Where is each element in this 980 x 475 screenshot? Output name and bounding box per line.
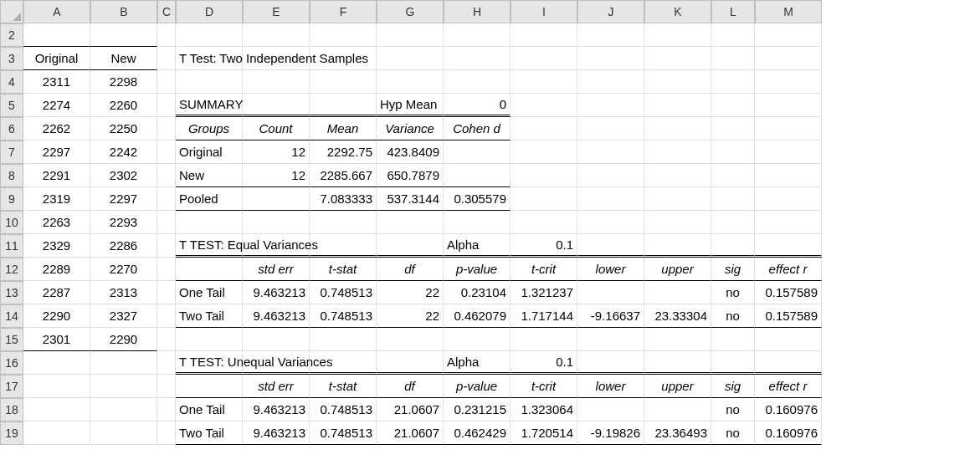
data-cell[interactable]: 2270 bbox=[90, 258, 157, 281]
cell[interactable] bbox=[444, 47, 511, 70]
cell[interactable] bbox=[243, 94, 310, 117]
cell[interactable] bbox=[157, 234, 176, 258]
col-lower[interactable]: lower bbox=[577, 375, 644, 398]
cell[interactable] bbox=[90, 398, 157, 421]
cell[interactable] bbox=[444, 23, 511, 47]
data-cell[interactable]: 2289 bbox=[23, 258, 90, 281]
uneq-title[interactable]: T TEST: Unequal Variances bbox=[176, 351, 243, 375]
col-header-F[interactable]: F bbox=[310, 0, 377, 23]
row-header-11[interactable]: 11 bbox=[0, 234, 23, 258]
data-cell[interactable]: 2287 bbox=[23, 281, 90, 304]
value[interactable]: 23.36493 bbox=[644, 421, 711, 445]
col-header-D[interactable]: D bbox=[176, 0, 243, 23]
cell[interactable] bbox=[711, 117, 755, 140]
row-header-8[interactable]: 8 bbox=[0, 164, 23, 187]
alpha-value[interactable]: 0.1 bbox=[511, 351, 577, 375]
value[interactable]: 1.717144 bbox=[511, 304, 577, 328]
value[interactable]: 21.0607 bbox=[377, 398, 444, 421]
cell[interactable] bbox=[644, 234, 711, 258]
cell[interactable] bbox=[23, 421, 90, 445]
summary-value[interactable] bbox=[444, 164, 511, 187]
cell[interactable] bbox=[511, 23, 577, 47]
value[interactable] bbox=[644, 281, 711, 304]
data-cell[interactable]: 2263 bbox=[23, 211, 90, 234]
cell[interactable] bbox=[755, 70, 822, 94]
cell[interactable] bbox=[23, 23, 90, 47]
col-tstat[interactable]: t-stat bbox=[310, 258, 377, 281]
row-header-4[interactable]: 4 bbox=[0, 70, 23, 94]
cell[interactable] bbox=[157, 281, 176, 304]
data-cell[interactable]: 2250 bbox=[90, 117, 157, 140]
col-upper[interactable]: upper bbox=[644, 375, 711, 398]
value[interactable]: -9.19826 bbox=[577, 421, 644, 445]
value[interactable]: 0.160976 bbox=[755, 398, 822, 421]
cell[interactable] bbox=[755, 23, 822, 47]
value[interactable]: 1.720514 bbox=[511, 421, 577, 445]
cell[interactable] bbox=[755, 187, 822, 211]
cell[interactable] bbox=[711, 140, 755, 164]
summary-row-label[interactable]: New bbox=[176, 164, 243, 187]
cell[interactable] bbox=[310, 211, 377, 234]
value[interactable] bbox=[644, 398, 711, 421]
value[interactable]: 0.748513 bbox=[310, 398, 377, 421]
cell[interactable] bbox=[577, 234, 644, 258]
cell[interactable] bbox=[755, 234, 822, 258]
value[interactable]: 0.157589 bbox=[755, 281, 822, 304]
alpha-label[interactable]: Alpha bbox=[444, 234, 511, 258]
cell[interactable] bbox=[711, 164, 755, 187]
cell[interactable] bbox=[511, 47, 577, 70]
cell[interactable] bbox=[711, 328, 755, 351]
col-tcrit[interactable]: t-crit bbox=[511, 375, 577, 398]
value[interactable]: 0.748513 bbox=[310, 421, 377, 445]
col-header-A[interactable]: A bbox=[23, 0, 90, 23]
cell[interactable] bbox=[23, 398, 90, 421]
col-header-G[interactable]: G bbox=[377, 0, 444, 23]
cell[interactable] bbox=[755, 164, 822, 187]
cell[interactable] bbox=[23, 351, 90, 375]
cell[interactable] bbox=[755, 47, 822, 70]
cell[interactable] bbox=[157, 140, 176, 164]
row-label[interactable]: Two Tail bbox=[176, 304, 243, 328]
data-header-new[interactable]: New bbox=[90, 47, 157, 70]
row-header-13[interactable]: 13 bbox=[0, 281, 23, 304]
summary-value[interactable]: 12 bbox=[243, 140, 310, 164]
col-header-H[interactable]: H bbox=[444, 0, 511, 23]
cell[interactable] bbox=[243, 328, 310, 351]
cell[interactable] bbox=[157, 94, 176, 117]
cell[interactable] bbox=[644, 187, 711, 211]
cell[interactable] bbox=[157, 304, 176, 328]
cell[interactable] bbox=[157, 421, 176, 445]
data-cell[interactable]: 2291 bbox=[23, 164, 90, 187]
cell[interactable] bbox=[157, 70, 176, 94]
row-header-3[interactable]: 3 bbox=[0, 47, 23, 70]
col-effectr[interactable]: effect r bbox=[755, 375, 822, 398]
cell[interactable] bbox=[711, 234, 755, 258]
cell[interactable] bbox=[377, 23, 444, 47]
row-label[interactable]: One Tail bbox=[176, 398, 243, 421]
col-header-K[interactable]: K bbox=[644, 0, 711, 23]
alpha-label[interactable]: Alpha bbox=[444, 351, 511, 375]
summary-value[interactable]: 2285.667 bbox=[310, 164, 377, 187]
cell[interactable] bbox=[755, 140, 822, 164]
value[interactable] bbox=[577, 281, 644, 304]
cell[interactable] bbox=[157, 187, 176, 211]
row-header-2[interactable]: 2 bbox=[0, 23, 23, 47]
data-cell[interactable]: 2297 bbox=[23, 140, 90, 164]
value[interactable]: 9.463213 bbox=[243, 304, 310, 328]
cell[interactable] bbox=[377, 47, 444, 70]
cell[interactable] bbox=[755, 117, 822, 140]
cell[interactable] bbox=[711, 187, 755, 211]
cell[interactable] bbox=[157, 258, 176, 281]
value[interactable]: 9.463213 bbox=[243, 398, 310, 421]
cell[interactable] bbox=[644, 140, 711, 164]
cell[interactable] bbox=[577, 140, 644, 164]
ttest-title[interactable]: T Test: Two Independent Samples bbox=[176, 47, 243, 70]
data-cell[interactable]: 2329 bbox=[23, 234, 90, 258]
cell[interactable] bbox=[444, 328, 511, 351]
cell[interactable] bbox=[377, 70, 444, 94]
cell[interactable] bbox=[157, 398, 176, 421]
data-cell[interactable]: 2242 bbox=[90, 140, 157, 164]
col-stderr[interactable]: std err bbox=[243, 258, 310, 281]
data-cell[interactable]: 2319 bbox=[23, 187, 90, 211]
data-cell[interactable]: 2298 bbox=[90, 70, 157, 94]
